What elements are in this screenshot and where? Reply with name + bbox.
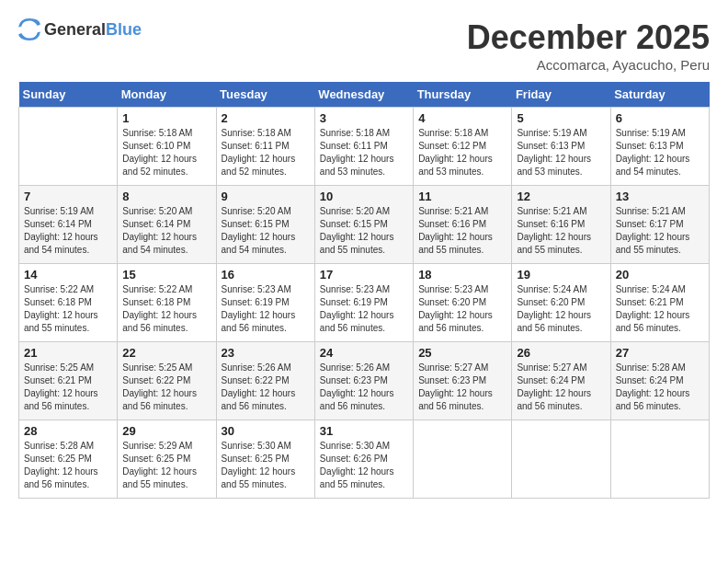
day-number: 18 bbox=[418, 268, 506, 282]
logo-icon bbox=[18, 18, 40, 40]
calendar-cell: 8Sunrise: 5:20 AM Sunset: 6:14 PM Daylig… bbox=[118, 186, 216, 264]
logo-blue: Blue bbox=[106, 20, 142, 39]
day-info: Sunrise: 5:28 AM Sunset: 6:24 PM Dayligh… bbox=[616, 362, 704, 413]
calendar-cell: 26Sunrise: 5:27 AM Sunset: 6:24 PM Dayli… bbox=[512, 342, 610, 420]
day-number: 9 bbox=[222, 190, 310, 203]
day-number: 17 bbox=[320, 268, 408, 282]
calendar-cell: 16Sunrise: 5:23 AM Sunset: 6:19 PM Dayli… bbox=[216, 264, 314, 342]
calendar-cell: 24Sunrise: 5:26 AM Sunset: 6:23 PM Dayli… bbox=[314, 342, 413, 420]
day-info: Sunrise: 5:23 AM Sunset: 6:19 PM Dayligh… bbox=[222, 283, 310, 335]
weekday-header: Sunday bbox=[19, 82, 118, 108]
calendar-cell: 10Sunrise: 5:20 AM Sunset: 6:15 PM Dayli… bbox=[314, 186, 413, 264]
weekday-header: Thursday bbox=[414, 82, 512, 108]
day-number: 22 bbox=[122, 346, 210, 360]
day-number: 10 bbox=[320, 190, 408, 203]
day-info: Sunrise: 5:30 AM Sunset: 6:25 PM Dayligh… bbox=[222, 440, 310, 491]
calendar-cell: 1Sunrise: 5:18 AM Sunset: 6:10 PM Daylig… bbox=[118, 108, 216, 186]
day-number: 6 bbox=[616, 111, 704, 125]
day-info: Sunrise: 5:19 AM Sunset: 6:13 PM Dayligh… bbox=[517, 127, 605, 178]
weekday-header: Friday bbox=[512, 82, 610, 108]
calendar-title: December 2025 bbox=[467, 18, 710, 57]
calendar-cell: 5Sunrise: 5:19 AM Sunset: 6:13 PM Daylig… bbox=[512, 108, 610, 186]
day-number: 1 bbox=[122, 111, 210, 125]
calendar-cell: 15Sunrise: 5:22 AM Sunset: 6:18 PM Dayli… bbox=[118, 264, 216, 342]
calendar-cell: 3Sunrise: 5:18 AM Sunset: 6:11 PM Daylig… bbox=[314, 108, 413, 186]
day-info: Sunrise: 5:29 AM Sunset: 6:25 PM Dayligh… bbox=[122, 440, 210, 491]
day-number: 14 bbox=[24, 268, 112, 282]
day-number: 15 bbox=[122, 268, 210, 282]
calendar-week-row: 7Sunrise: 5:19 AM Sunset: 6:14 PM Daylig… bbox=[19, 186, 710, 264]
day-number: 13 bbox=[616, 190, 704, 203]
calendar-week-row: 1Sunrise: 5:18 AM Sunset: 6:10 PM Daylig… bbox=[19, 108, 710, 186]
day-number: 11 bbox=[418, 190, 506, 203]
day-info: Sunrise: 5:25 AM Sunset: 6:21 PM Dayligh… bbox=[24, 362, 112, 413]
day-info: Sunrise: 5:20 AM Sunset: 6:15 PM Dayligh… bbox=[320, 205, 408, 257]
day-info: Sunrise: 5:30 AM Sunset: 6:26 PM Dayligh… bbox=[320, 440, 408, 491]
weekday-header: Monday bbox=[118, 82, 216, 108]
calendar-cell: 31Sunrise: 5:30 AM Sunset: 6:26 PM Dayli… bbox=[314, 420, 413, 499]
calendar-cell: 30Sunrise: 5:30 AM Sunset: 6:25 PM Dayli… bbox=[216, 420, 314, 499]
day-info: Sunrise: 5:18 AM Sunset: 6:11 PM Dayligh… bbox=[320, 127, 408, 178]
calendar-cell: 14Sunrise: 5:22 AM Sunset: 6:18 PM Dayli… bbox=[19, 264, 118, 342]
calendar-cell: 27Sunrise: 5:28 AM Sunset: 6:24 PM Dayli… bbox=[610, 342, 709, 420]
day-number: 16 bbox=[222, 268, 310, 282]
calendar-cell: 12Sunrise: 5:21 AM Sunset: 6:16 PM Dayli… bbox=[512, 186, 610, 264]
calendar-cell: 4Sunrise: 5:18 AM Sunset: 6:12 PM Daylig… bbox=[414, 108, 512, 186]
page-header: GeneralBlue December 2025 Accomarca, Aya… bbox=[18, 18, 710, 73]
day-info: Sunrise: 5:22 AM Sunset: 6:18 PM Dayligh… bbox=[122, 283, 210, 335]
calendar-week-row: 28Sunrise: 5:28 AM Sunset: 6:25 PM Dayli… bbox=[19, 420, 710, 499]
day-info: Sunrise: 5:24 AM Sunset: 6:20 PM Dayligh… bbox=[517, 283, 605, 335]
calendar-cell: 22Sunrise: 5:25 AM Sunset: 6:22 PM Dayli… bbox=[118, 342, 216, 420]
weekday-header: Wednesday bbox=[314, 82, 413, 108]
day-info: Sunrise: 5:20 AM Sunset: 6:15 PM Dayligh… bbox=[222, 205, 310, 257]
day-number: 23 bbox=[222, 346, 310, 360]
calendar-cell: 9Sunrise: 5:20 AM Sunset: 6:15 PM Daylig… bbox=[216, 186, 314, 264]
calendar-cell: 13Sunrise: 5:21 AM Sunset: 6:17 PM Dayli… bbox=[610, 186, 709, 264]
day-info: Sunrise: 5:27 AM Sunset: 6:24 PM Dayligh… bbox=[517, 362, 605, 413]
logo-general: General bbox=[44, 20, 106, 39]
day-info: Sunrise: 5:27 AM Sunset: 6:23 PM Dayligh… bbox=[418, 362, 506, 413]
calendar-cell: 19Sunrise: 5:24 AM Sunset: 6:20 PM Dayli… bbox=[512, 264, 610, 342]
day-number: 4 bbox=[418, 111, 506, 125]
day-info: Sunrise: 5:18 AM Sunset: 6:10 PM Dayligh… bbox=[122, 127, 210, 178]
calendar-cell: 23Sunrise: 5:26 AM Sunset: 6:22 PM Dayli… bbox=[216, 342, 314, 420]
calendar-cell bbox=[512, 420, 610, 499]
weekday-header: Saturday bbox=[610, 82, 709, 108]
calendar-cell: 21Sunrise: 5:25 AM Sunset: 6:21 PM Dayli… bbox=[19, 342, 118, 420]
calendar-cell bbox=[414, 420, 512, 499]
day-info: Sunrise: 5:21 AM Sunset: 6:16 PM Dayligh… bbox=[517, 205, 605, 257]
logo-text: GeneralBlue bbox=[44, 20, 142, 40]
day-info: Sunrise: 5:24 AM Sunset: 6:21 PM Dayligh… bbox=[616, 283, 704, 335]
logo: GeneralBlue bbox=[18, 18, 142, 40]
weekday-header: Tuesday bbox=[216, 82, 314, 108]
calendar-cell: 11Sunrise: 5:21 AM Sunset: 6:16 PM Dayli… bbox=[414, 186, 512, 264]
day-number: 3 bbox=[320, 111, 408, 125]
day-info: Sunrise: 5:26 AM Sunset: 6:23 PM Dayligh… bbox=[320, 362, 408, 413]
calendar-cell bbox=[610, 420, 709, 499]
day-number: 20 bbox=[616, 268, 704, 282]
day-number: 2 bbox=[222, 111, 310, 125]
day-info: Sunrise: 5:22 AM Sunset: 6:18 PM Dayligh… bbox=[24, 283, 112, 335]
day-info: Sunrise: 5:26 AM Sunset: 6:22 PM Dayligh… bbox=[222, 362, 310, 413]
day-info: Sunrise: 5:18 AM Sunset: 6:12 PM Dayligh… bbox=[418, 127, 506, 178]
calendar-cell: 7Sunrise: 5:19 AM Sunset: 6:14 PM Daylig… bbox=[19, 186, 118, 264]
title-area: December 2025 Accomarca, Ayacucho, Peru bbox=[467, 18, 710, 73]
day-info: Sunrise: 5:19 AM Sunset: 6:13 PM Dayligh… bbox=[616, 127, 704, 178]
calendar-cell: 2Sunrise: 5:18 AM Sunset: 6:11 PM Daylig… bbox=[216, 108, 314, 186]
day-info: Sunrise: 5:18 AM Sunset: 6:11 PM Dayligh… bbox=[222, 127, 310, 178]
day-number: 31 bbox=[320, 424, 408, 438]
day-info: Sunrise: 5:21 AM Sunset: 6:16 PM Dayligh… bbox=[418, 205, 506, 257]
calendar-table: SundayMondayTuesdayWednesdayThursdayFrid… bbox=[18, 82, 710, 499]
day-number: 26 bbox=[517, 346, 605, 360]
weekday-header-row: SundayMondayTuesdayWednesdayThursdayFrid… bbox=[19, 82, 710, 108]
day-info: Sunrise: 5:25 AM Sunset: 6:22 PM Dayligh… bbox=[122, 362, 210, 413]
day-info: Sunrise: 5:23 AM Sunset: 6:20 PM Dayligh… bbox=[418, 283, 506, 335]
day-number: 21 bbox=[24, 346, 112, 360]
calendar-cell: 25Sunrise: 5:27 AM Sunset: 6:23 PM Dayli… bbox=[414, 342, 512, 420]
day-info: Sunrise: 5:21 AM Sunset: 6:17 PM Dayligh… bbox=[616, 205, 704, 257]
calendar-cell: 6Sunrise: 5:19 AM Sunset: 6:13 PM Daylig… bbox=[610, 108, 709, 186]
day-info: Sunrise: 5:20 AM Sunset: 6:14 PM Dayligh… bbox=[122, 205, 210, 257]
calendar-cell: 20Sunrise: 5:24 AM Sunset: 6:21 PM Dayli… bbox=[610, 264, 709, 342]
day-number: 5 bbox=[517, 111, 605, 125]
calendar-week-row: 21Sunrise: 5:25 AM Sunset: 6:21 PM Dayli… bbox=[19, 342, 710, 420]
